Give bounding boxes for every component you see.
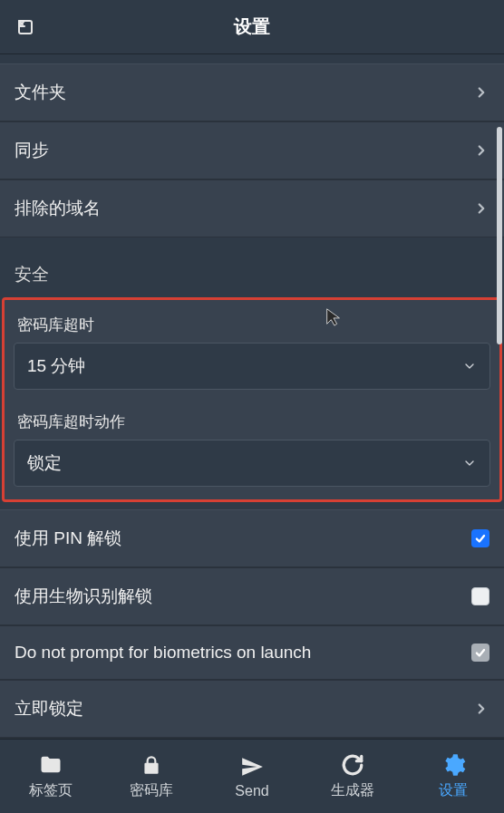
- row-label: 立即锁定: [15, 697, 83, 721]
- toggle-label: 使用生物识别解锁: [15, 585, 152, 608]
- checkbox-checked-icon[interactable]: [471, 529, 489, 547]
- row-label: 排除的域名: [15, 197, 101, 220]
- chevron-right-icon: [473, 142, 489, 159]
- toggle-label: Do not prompt for biometrics on launch: [15, 643, 311, 663]
- popout-icon: [15, 16, 36, 38]
- row-sync[interactable]: 同步: [0, 121, 504, 179]
- tab-label: 标签页: [29, 781, 73, 800]
- settings-body: 文件夹 同步 排除的域名 安全 密码库超时 15 分钟: [0, 54, 504, 739]
- vault-timeout-select[interactable]: 15 分钟: [14, 343, 490, 390]
- chevron-down-icon: [462, 359, 477, 373]
- scrollbar[interactable]: [497, 127, 502, 344]
- lock-icon: [139, 752, 164, 778]
- row-label: 同步: [15, 139, 49, 162]
- chevron-right-icon: [473, 84, 489, 101]
- tab-vault[interactable]: 密码库: [101, 740, 201, 813]
- vault-timeout-action-label: 密码库超时动作: [14, 406, 490, 440]
- tab-settings[interactable]: 设置: [403, 740, 504, 813]
- toggle-unlock-biometrics[interactable]: 使用生物识别解锁: [0, 567, 504, 625]
- row-label: 文件夹: [15, 81, 66, 104]
- checkbox-unchecked-icon[interactable]: [471, 587, 489, 605]
- checkbox-checked-icon[interactable]: [471, 644, 489, 662]
- tab-label: 密码库: [130, 781, 173, 800]
- select-value: 15 分钟: [27, 354, 85, 378]
- header: 设置: [0, 0, 504, 54]
- row-lock-now[interactable]: 立即锁定: [0, 680, 504, 738]
- toggle-unlock-pin[interactable]: 使用 PIN 解锁: [0, 509, 504, 567]
- vault-timeout-action-select[interactable]: 锁定: [14, 440, 490, 487]
- vault-timeout-label: 密码库超时: [14, 309, 490, 343]
- bottom-tabbar: 标签页 密码库 Send 生成器 设置: [0, 739, 504, 813]
- tab-generator[interactable]: 生成器: [303, 740, 403, 813]
- tab-label: 设置: [439, 781, 468, 800]
- toggle-label: 使用 PIN 解锁: [15, 527, 121, 550]
- tab-label: 生成器: [331, 781, 374, 800]
- chevron-right-icon: [473, 200, 489, 217]
- row-excluded-domains[interactable]: 排除的域名: [0, 179, 504, 237]
- chevron-down-icon: [462, 456, 477, 470]
- chevron-right-icon: [473, 701, 489, 717]
- tab-label: Send: [235, 783, 268, 799]
- gear-icon: [441, 752, 466, 778]
- toggle-no-bio-prompt[interactable]: Do not prompt for biometrics on launch: [0, 625, 504, 680]
- refresh-icon: [340, 752, 365, 778]
- folder-icon: [38, 752, 63, 778]
- row-two-step[interactable]: 两步登录: [0, 738, 504, 739]
- select-value: 锁定: [27, 451, 62, 475]
- section-security: 安全: [0, 237, 504, 297]
- row-folders[interactable]: 文件夹: [0, 63, 504, 121]
- tab-tabpage[interactable]: 标签页: [0, 740, 101, 813]
- send-icon: [239, 754, 265, 779]
- highlighted-security-box: 密码库超时 15 分钟 密码库超时动作 锁定: [2, 297, 502, 502]
- back-button[interactable]: [13, 15, 38, 40]
- page-title: 设置: [234, 15, 270, 39]
- tab-send[interactable]: Send: [201, 740, 302, 813]
